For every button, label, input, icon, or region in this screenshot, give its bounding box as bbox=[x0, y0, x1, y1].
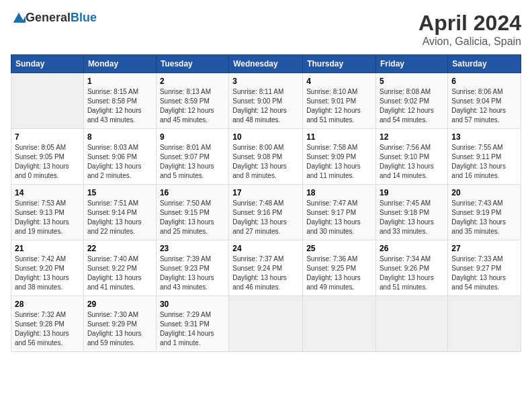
day-info: Sunrise: 7:58 AMSunset: 9:09 PMDaylight:… bbox=[306, 143, 372, 181]
day-number: 28 bbox=[15, 300, 80, 309]
day-number: 15 bbox=[87, 188, 152, 197]
day-number: 9 bbox=[160, 132, 225, 142]
col-friday: Friday bbox=[376, 55, 448, 73]
day-info: Sunrise: 8:11 AMSunset: 9:00 PMDaylight:… bbox=[232, 87, 299, 125]
day-info: Sunrise: 7:29 AMSunset: 9:31 PMDaylight:… bbox=[160, 310, 225, 348]
table-row: 2Sunrise: 8:13 AMSunset: 8:59 PMDaylight… bbox=[156, 73, 228, 129]
day-info: Sunrise: 7:32 AMSunset: 9:28 PMDaylight:… bbox=[15, 310, 80, 348]
table-row bbox=[303, 296, 376, 352]
day-info: Sunrise: 7:56 AMSunset: 9:10 PMDaylight:… bbox=[380, 143, 444, 181]
table-row: 20Sunrise: 7:43 AMSunset: 9:19 PMDayligh… bbox=[448, 185, 521, 240]
col-wednesday: Wednesday bbox=[229, 55, 303, 73]
day-info: Sunrise: 7:40 AMSunset: 9:22 PMDaylight:… bbox=[87, 255, 152, 292]
table-row bbox=[229, 296, 303, 352]
table-row: 10Sunrise: 8:00 AMSunset: 9:08 PMDayligh… bbox=[229, 129, 303, 185]
table-row: 9Sunrise: 8:01 AMSunset: 9:07 PMDaylight… bbox=[156, 129, 228, 185]
table-row: 29Sunrise: 7:30 AMSunset: 9:29 PMDayligh… bbox=[83, 296, 156, 352]
day-number: 13 bbox=[451, 132, 517, 142]
day-number: 20 bbox=[451, 188, 517, 197]
table-row: 8Sunrise: 8:03 AMSunset: 9:06 PMDaylight… bbox=[83, 129, 156, 185]
day-info: Sunrise: 7:42 AMSunset: 9:20 PMDaylight:… bbox=[15, 255, 80, 292]
calendar-header-row: Sunday Monday Tuesday Wednesday Thursday… bbox=[11, 55, 521, 73]
day-info: Sunrise: 8:13 AMSunset: 8:59 PMDaylight:… bbox=[160, 87, 225, 125]
table-row bbox=[448, 296, 521, 352]
day-number: 4 bbox=[306, 77, 372, 86]
day-number: 24 bbox=[232, 244, 299, 253]
day-number: 21 bbox=[15, 244, 80, 253]
col-saturday: Saturday bbox=[448, 55, 521, 73]
day-number: 26 bbox=[380, 244, 444, 253]
day-number: 19 bbox=[380, 188, 444, 197]
day-number: 27 bbox=[451, 244, 517, 253]
day-info: Sunrise: 8:03 AMSunset: 9:06 PMDaylight:… bbox=[87, 143, 152, 181]
day-info: Sunrise: 7:47 AMSunset: 9:17 PMDaylight:… bbox=[306, 199, 372, 236]
table-row: 4Sunrise: 8:10 AMSunset: 9:01 PMDaylight… bbox=[303, 73, 376, 129]
day-info: Sunrise: 7:36 AMSunset: 9:25 PMDaylight:… bbox=[306, 255, 372, 292]
table-row: 7Sunrise: 8:05 AMSunset: 9:05 PMDaylight… bbox=[11, 129, 84, 185]
day-number: 23 bbox=[160, 244, 225, 253]
table-row: 28Sunrise: 7:32 AMSunset: 9:28 PMDayligh… bbox=[11, 296, 84, 352]
day-info: Sunrise: 7:30 AMSunset: 9:29 PMDaylight:… bbox=[87, 310, 152, 348]
day-number: 8 bbox=[87, 132, 152, 142]
table-row: 1Sunrise: 8:15 AMSunset: 8:58 PMDaylight… bbox=[83, 73, 156, 129]
day-info: Sunrise: 7:55 AMSunset: 9:11 PMDaylight:… bbox=[451, 143, 517, 181]
table-row: 21Sunrise: 7:42 AMSunset: 9:20 PMDayligh… bbox=[11, 240, 84, 296]
day-number: 10 bbox=[232, 132, 299, 142]
day-info: Sunrise: 8:05 AMSunset: 9:05 PMDaylight:… bbox=[15, 143, 80, 181]
day-number: 12 bbox=[380, 132, 444, 142]
day-info: Sunrise: 7:43 AMSunset: 9:19 PMDaylight:… bbox=[451, 199, 517, 236]
table-row: 23Sunrise: 7:39 AMSunset: 9:23 PMDayligh… bbox=[156, 240, 228, 296]
day-number: 29 bbox=[87, 300, 152, 309]
day-number: 1 bbox=[87, 77, 152, 86]
table-row: 26Sunrise: 7:34 AMSunset: 9:26 PMDayligh… bbox=[376, 240, 448, 296]
day-number: 3 bbox=[232, 77, 299, 86]
table-row: 22Sunrise: 7:40 AMSunset: 9:22 PMDayligh… bbox=[83, 240, 156, 296]
day-number: 2 bbox=[160, 77, 225, 86]
logo-text-blue: Blue bbox=[71, 11, 97, 24]
title-block: April 2024 Avion, Galicia, Spain bbox=[418, 11, 521, 48]
day-info: Sunrise: 7:50 AMSunset: 9:15 PMDaylight:… bbox=[160, 199, 225, 236]
table-row bbox=[11, 73, 84, 129]
table-row: 18Sunrise: 7:47 AMSunset: 9:17 PMDayligh… bbox=[303, 185, 376, 240]
table-row: 25Sunrise: 7:36 AMSunset: 9:25 PMDayligh… bbox=[303, 240, 376, 296]
day-info: Sunrise: 7:39 AMSunset: 9:23 PMDaylight:… bbox=[160, 255, 225, 292]
day-info: Sunrise: 7:53 AMSunset: 9:13 PMDaylight:… bbox=[15, 199, 80, 236]
day-number: 14 bbox=[15, 188, 80, 197]
day-number: 7 bbox=[15, 132, 80, 142]
day-info: Sunrise: 7:34 AMSunset: 9:26 PMDaylight:… bbox=[380, 255, 444, 292]
logo-text-general: General bbox=[26, 11, 71, 24]
table-row: 30Sunrise: 7:29 AMSunset: 9:31 PMDayligh… bbox=[156, 296, 228, 352]
day-info: Sunrise: 7:45 AMSunset: 9:18 PMDaylight:… bbox=[380, 199, 444, 236]
day-info: Sunrise: 8:01 AMSunset: 9:07 PMDaylight:… bbox=[160, 143, 225, 181]
day-info: Sunrise: 7:33 AMSunset: 9:27 PMDaylight:… bbox=[451, 255, 517, 292]
col-tuesday: Tuesday bbox=[156, 55, 228, 73]
day-info: Sunrise: 8:00 AMSunset: 9:08 PMDaylight:… bbox=[232, 143, 299, 181]
calendar-week-row: 21Sunrise: 7:42 AMSunset: 9:20 PMDayligh… bbox=[11, 240, 521, 296]
day-number: 30 bbox=[160, 300, 225, 309]
logo-icon bbox=[12, 11, 26, 25]
col-sunday: Sunday bbox=[11, 55, 84, 73]
table-row: 3Sunrise: 8:11 AMSunset: 9:00 PMDaylight… bbox=[229, 73, 303, 129]
table-row: 13Sunrise: 7:55 AMSunset: 9:11 PMDayligh… bbox=[448, 129, 521, 185]
table-row: 24Sunrise: 7:37 AMSunset: 9:24 PMDayligh… bbox=[229, 240, 303, 296]
location-title: Avion, Galicia, Spain bbox=[418, 36, 521, 48]
day-number: 6 bbox=[451, 77, 517, 86]
table-row: 14Sunrise: 7:53 AMSunset: 9:13 PMDayligh… bbox=[11, 185, 84, 240]
day-info: Sunrise: 7:48 AMSunset: 9:16 PMDaylight:… bbox=[232, 199, 299, 236]
calendar-week-row: 14Sunrise: 7:53 AMSunset: 9:13 PMDayligh… bbox=[11, 185, 521, 240]
day-number: 22 bbox=[87, 244, 152, 253]
page-header: GeneralBlue April 2024 Avion, Galicia, S… bbox=[11, 11, 521, 48]
day-number: 18 bbox=[306, 188, 372, 197]
day-info: Sunrise: 8:06 AMSunset: 9:04 PMDaylight:… bbox=[451, 87, 517, 125]
table-row: 19Sunrise: 7:45 AMSunset: 9:18 PMDayligh… bbox=[376, 185, 448, 240]
day-number: 17 bbox=[232, 188, 299, 197]
col-thursday: Thursday bbox=[303, 55, 376, 73]
col-monday: Monday bbox=[83, 55, 156, 73]
day-info: Sunrise: 8:08 AMSunset: 9:02 PMDaylight:… bbox=[380, 87, 444, 125]
day-number: 5 bbox=[380, 77, 444, 86]
calendar-table: Sunday Monday Tuesday Wednesday Thursday… bbox=[11, 54, 521, 352]
day-number: 25 bbox=[306, 244, 372, 253]
calendar-week-row: 7Sunrise: 8:05 AMSunset: 9:05 PMDaylight… bbox=[11, 129, 521, 185]
table-row: 17Sunrise: 7:48 AMSunset: 9:16 PMDayligh… bbox=[229, 185, 303, 240]
table-row: 12Sunrise: 7:56 AMSunset: 9:10 PMDayligh… bbox=[376, 129, 448, 185]
